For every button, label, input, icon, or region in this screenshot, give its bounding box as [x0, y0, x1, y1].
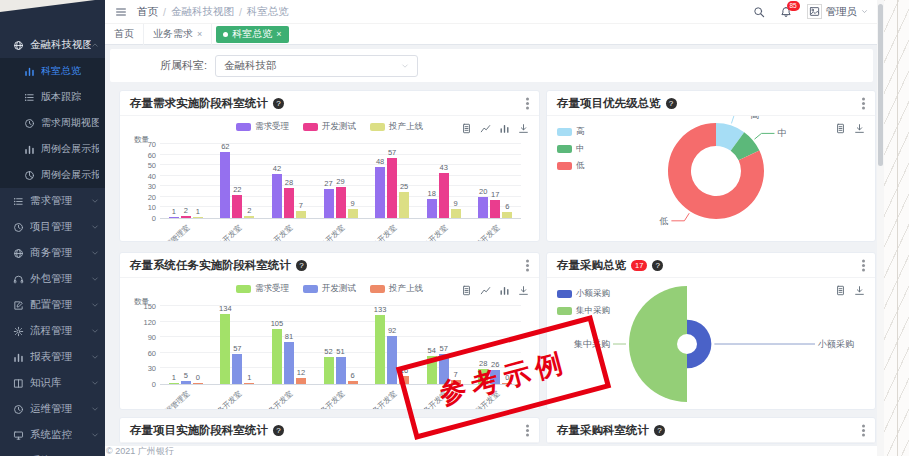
- x-tick-label: 核心业务开发室: [198, 389, 244, 410]
- sidebar-item[interactable]: 金融科技视图: [0, 32, 105, 58]
- help-icon[interactable]: ?: [296, 260, 307, 271]
- bar-value-label: 42: [273, 164, 281, 173]
- close-icon[interactable]: ×: [197, 29, 202, 39]
- sidebar-subitem[interactable]: 版本跟踪: [0, 84, 105, 110]
- sidebar-item[interactable]: 外包管理: [0, 266, 105, 292]
- legend-item[interactable]: 中: [557, 143, 585, 155]
- more-menu-icon[interactable]: [862, 264, 865, 267]
- y-tick-label: 60: [148, 348, 156, 357]
- help-icon[interactable]: ?: [273, 425, 284, 436]
- download-icon[interactable]: [518, 123, 529, 134]
- sidebar-item[interactable]: 商务管理: [0, 240, 105, 266]
- more-menu-icon[interactable]: [526, 429, 529, 432]
- sidebar-item[interactable]: 流程管理: [0, 318, 105, 344]
- help-icon[interactable]: ?: [652, 260, 663, 271]
- chart-toolbar: [461, 123, 529, 134]
- legend-item[interactable]: 需求受理: [236, 121, 289, 133]
- bar-value-label: 5: [184, 371, 188, 380]
- monitor-icon: [13, 430, 24, 441]
- user-menu[interactable]: 管理员: [807, 4, 869, 19]
- bar: [169, 217, 179, 219]
- sidebar-item[interactable]: 运维管理: [0, 396, 105, 422]
- more-menu-icon[interactable]: [862, 102, 865, 105]
- download-icon[interactable]: [854, 285, 865, 296]
- sidebar-subitem[interactable]: 科室总览: [0, 58, 105, 84]
- more-menu-icon[interactable]: [526, 264, 529, 267]
- gridline: [160, 305, 521, 306]
- sidebar-item[interactable]: 报表管理: [0, 344, 105, 370]
- sidebar-item-label: 流程管理: [30, 324, 72, 338]
- sidebar-item[interactable]: 知识库: [0, 370, 105, 396]
- department-select[interactable]: 金融科技部: [215, 55, 418, 77]
- tab-首页[interactable]: 首页: [105, 24, 144, 45]
- sidebar-item[interactable]: 系统管理: [0, 448, 105, 456]
- card-project-priority-overview: 存量项目优先级总览?高中低高中低: [546, 90, 876, 242]
- legend-item[interactable]: 低: [557, 160, 585, 172]
- rose-center-hole: [677, 334, 697, 354]
- y-tick-label: 90: [148, 333, 156, 342]
- more-menu-icon[interactable]: [862, 429, 865, 432]
- bar-value-label: 27: [324, 179, 332, 188]
- pie-label-line: [755, 133, 775, 139]
- help-icon[interactable]: ?: [666, 98, 677, 109]
- legend-item[interactable]: 高: [557, 126, 585, 138]
- sidebar-subitem[interactable]: 周例会展示报表-采购: [0, 162, 105, 188]
- legend-item[interactable]: 开发测试: [303, 121, 356, 133]
- line-chart-toggle-icon[interactable]: [480, 123, 491, 134]
- data-view-icon[interactable]: [835, 123, 846, 134]
- legend-item[interactable]: 小额采购: [557, 288, 610, 300]
- x-tick-label: 中间业务开发室: [301, 389, 347, 410]
- download-icon[interactable]: [854, 123, 865, 134]
- breadcrumb-separator: /: [239, 6, 242, 18]
- sidebar-item[interactable]: 配置管理: [0, 292, 105, 318]
- bar-chart-toggle-icon[interactable]: [499, 123, 510, 134]
- x-tick-label: 渠道业务开发室: [250, 223, 296, 242]
- chevron-down-icon: [401, 62, 409, 70]
- card-header: 存量项目优先级总览?: [547, 91, 875, 116]
- search-icon[interactable]: [753, 6, 765, 18]
- card-title: 存量项目优先级总览: [557, 96, 661, 111]
- sidebar-subitem[interactable]: 周例会展示报表-项目: [0, 136, 105, 162]
- breadcrumb-item[interactable]: 科室总览: [247, 5, 289, 19]
- bar-value-label: 134: [219, 304, 232, 313]
- data-view-icon[interactable]: [835, 285, 846, 296]
- breadcrumb-item[interactable]: 金融科技视图: [171, 5, 234, 19]
- sidebar-item[interactable]: 项目管理: [0, 214, 105, 240]
- download-icon[interactable]: [518, 285, 529, 296]
- legend-label: 投产上线: [389, 283, 423, 295]
- breadcrumb-item[interactable]: 首页: [137, 5, 158, 19]
- bar-slot: 57: [232, 307, 242, 384]
- bar-value-label: 54: [428, 346, 436, 355]
- data-view-icon[interactable]: [461, 285, 472, 296]
- more-menu-icon[interactable]: [526, 102, 529, 105]
- close-icon[interactable]: ×: [276, 29, 281, 39]
- x-tick-label: 消费金融开发室: [456, 223, 502, 242]
- data-view-icon[interactable]: [461, 123, 472, 134]
- sidebar-subitem-label: 周例会展示报表-项目: [41, 142, 99, 156]
- bar: [336, 357, 346, 384]
- sidebar-item[interactable]: 需求管理: [0, 188, 105, 214]
- y-tick-label: 0: [152, 214, 156, 223]
- bar-chart-toggle-icon[interactable]: [499, 285, 510, 296]
- x-tick-label: 核心业务开发室: [198, 223, 244, 242]
- sidebar-subitem[interactable]: 需求周期视图: [0, 110, 105, 136]
- collapse-menu-icon[interactable]: [115, 6, 127, 18]
- tab-科室总览[interactable]: 科室总览×: [216, 26, 288, 43]
- help-icon[interactable]: ?: [654, 425, 665, 436]
- line-chart-toggle-icon[interactable]: [480, 285, 491, 296]
- bar-value-label: 62: [221, 142, 229, 151]
- legend-item[interactable]: 开发测试: [303, 283, 356, 295]
- tab-业务需求[interactable]: 业务需求×: [144, 24, 212, 45]
- legend-item[interactable]: 集中采购: [557, 305, 610, 317]
- bar-value-label: 57: [440, 344, 448, 353]
- legend-item[interactable]: 投产上线: [370, 283, 423, 295]
- legend-item[interactable]: 需求受理: [236, 283, 289, 295]
- clock-icon: [13, 404, 24, 415]
- legend-item[interactable]: 投产上线: [370, 121, 423, 133]
- chevron-down-icon: [91, 379, 99, 387]
- notification-bell[interactable]: 85: [780, 6, 792, 18]
- sidebar-item[interactable]: 系统监控: [0, 422, 105, 448]
- list-icon: [13, 196, 24, 207]
- scrollbar-thumb[interactable]: [878, 4, 883, 166]
- help-icon[interactable]: ?: [273, 98, 284, 109]
